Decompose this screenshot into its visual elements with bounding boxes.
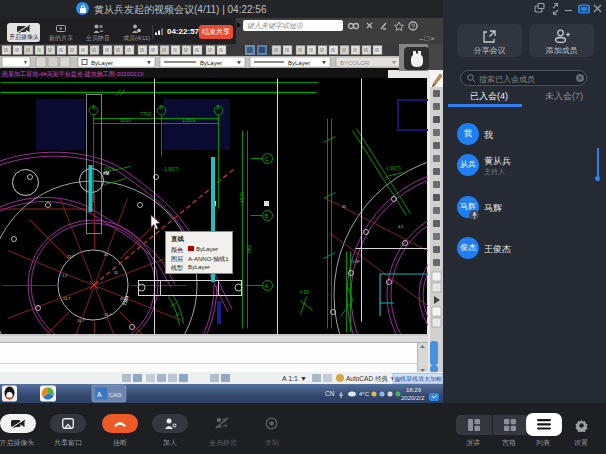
svg-text:35: 35 <box>342 205 346 209</box>
svg-text:18:29: 18:29 <box>406 387 422 393</box>
svg-text:ByLayer: ByLayer <box>288 60 310 66</box>
svg-text:C: C <box>265 156 270 162</box>
svg-text:5001: 5001 <box>120 117 131 123</box>
svg-text:BYCOLOR: BYCOLOR <box>340 60 370 66</box>
svg-text:10.7: 10.7 <box>77 319 84 323</box>
svg-text:4.5F: 4.5F <box>300 290 309 295</box>
svg-text:960: 960 <box>246 244 252 253</box>
svg-text:7700: 7700 <box>140 111 151 117</box>
svg-text:-1.90(?): -1.90(?) <box>163 167 179 172</box>
svg-text:AutoCAD 经典 ▼: AutoCAD 经典 ▼ <box>346 375 396 383</box>
svg-text:ByLayer: ByLayer <box>91 60 113 66</box>
svg-text:#M: #M <box>103 171 110 176</box>
svg-text:2020/2/2: 2020/2/2 <box>401 395 425 401</box>
svg-text:A: A <box>265 283 269 289</box>
svg-text:A 1:1 ▼: A 1:1 ▼ <box>282 375 307 382</box>
svg-text:13.7: 13.7 <box>104 313 111 317</box>
svg-text:ByLayer: ByLayer <box>200 60 222 66</box>
svg-text:?: ? <box>411 23 415 30</box>
svg-text:4°C: 4°C <box>359 391 370 397</box>
svg-text:-1.90(?): -1.90(?) <box>385 166 401 171</box>
svg-text:4.5: 4.5 <box>398 225 403 229</box>
svg-text:1970: 1970 <box>239 192 245 203</box>
svg-text:31: 31 <box>114 271 118 275</box>
svg-text:1.5: 1.5 <box>62 274 67 278</box>
svg-text:B: B <box>265 213 269 219</box>
svg-text:A: A <box>97 391 102 398</box>
svg-text:45: 45 <box>104 253 108 257</box>
svg-text:1.5F: 1.5F <box>352 260 360 264</box>
svg-text:13.7: 13.7 <box>67 255 74 259</box>
svg-text:13501: 13501 <box>182 117 196 123</box>
svg-text:13.7: 13.7 <box>63 297 70 301</box>
svg-text:CN: CN <box>325 390 335 397</box>
svg-text:偏线基线填充加粗: 偏线基线填充加粗 <box>394 376 442 383</box>
svg-text:CAD: CAD <box>109 392 122 398</box>
